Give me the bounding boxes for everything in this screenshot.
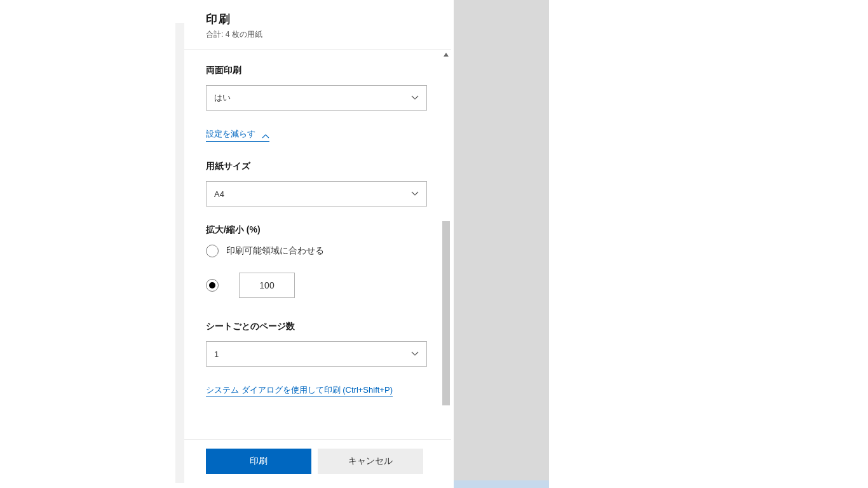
- pages-per-sheet-value: 1: [214, 349, 219, 359]
- scrollbar-thumb[interactable]: [442, 221, 450, 405]
- print-button[interactable]: 印刷: [206, 449, 311, 474]
- scale-custom-option[interactable]: [206, 273, 430, 298]
- scale-label: 拡大/縮小 (%): [206, 224, 430, 236]
- system-dialog-link[interactable]: システム ダイアログを使用して印刷 (Ctrl+Shift+P): [206, 384, 393, 397]
- cancel-button[interactable]: キャンセル: [318, 449, 423, 474]
- chevron-down-icon: [411, 191, 419, 196]
- duplex-select-value: はい: [214, 92, 231, 104]
- dialog-body: 両面印刷 はい 設定を減らす 用紙サイズ A4 拡大/縮小 (%) 印刷可能領域…: [184, 50, 451, 439]
- radio-checked-icon[interactable]: [206, 279, 219, 292]
- duplex-select[interactable]: はい: [206, 85, 427, 111]
- scrollbar-track[interactable]: [441, 50, 451, 439]
- left-gutter: [175, 23, 184, 483]
- scale-percent-input[interactable]: [239, 273, 295, 298]
- duplex-label: 両面印刷: [206, 65, 430, 76]
- print-preview-page-edge: [454, 480, 549, 488]
- dialog-title: 印刷: [206, 11, 430, 27]
- pages-per-sheet-label: シートごとのページ数: [206, 321, 430, 332]
- paper-size-value: A4: [214, 189, 224, 199]
- radio-unchecked-icon[interactable]: [206, 245, 219, 257]
- radio-inner-dot: [209, 282, 215, 288]
- chevron-up-icon: [262, 132, 269, 137]
- dialog-footer: 印刷 キャンセル: [184, 439, 451, 483]
- chevron-down-icon: [411, 95, 419, 100]
- fewer-settings-link[interactable]: 設定を減らす: [206, 128, 269, 142]
- paper-size-select[interactable]: A4: [206, 181, 427, 207]
- print-dialog: 印刷 合計: 4 枚の用紙 両面印刷 はい 設定を減らす 用紙サイズ A4 拡大…: [184, 0, 451, 483]
- pages-per-sheet-select[interactable]: 1: [206, 341, 427, 367]
- print-preview-background: [454, 0, 549, 483]
- paper-size-label: 用紙サイズ: [206, 161, 430, 172]
- dialog-header: 印刷 合計: 4 枚の用紙: [184, 0, 451, 50]
- scale-fit-option[interactable]: 印刷可能領域に合わせる: [206, 245, 430, 257]
- chevron-down-icon: [411, 351, 419, 356]
- fewer-settings-label: 設定を減らす: [206, 128, 255, 140]
- scale-fit-label: 印刷可能領域に合わせる: [226, 245, 324, 257]
- dialog-subtitle: 合計: 4 枚の用紙: [206, 29, 430, 40]
- scroll-up-arrow-icon[interactable]: [442, 51, 450, 58]
